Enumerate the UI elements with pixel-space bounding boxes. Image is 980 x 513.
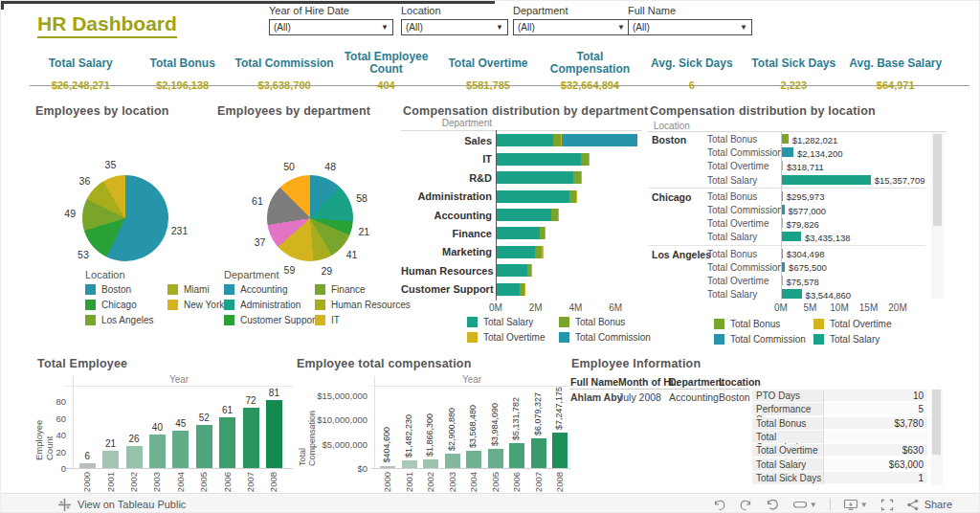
year-bar-2008[interactable] [266, 400, 282, 468]
legend-item[interactable]: Total Salary [813, 334, 903, 345]
year-bar-2008[interactable] [552, 433, 568, 468]
legend-item[interactable]: Total Overtime [813, 319, 903, 329]
bar-segment-total-overtime[interactable] [589, 153, 590, 166]
gridline [648, 131, 947, 132]
year-bar-2006[interactable] [219, 417, 235, 468]
year-bar-2001[interactable] [102, 451, 119, 468]
legend-item[interactable]: Total Overtime [467, 332, 549, 343]
bar-segment-total-overtime[interactable] [531, 264, 532, 277]
fullscreen-icon[interactable] [880, 499, 894, 511]
legend-item[interactable]: Total Commission [559, 332, 641, 343]
measure-row-value[interactable]: 10 [824, 390, 927, 402]
scrollbar-thumb[interactable] [932, 390, 941, 455]
legend-item[interactable]: Total Bonus [714, 319, 804, 329]
year-bar-2004[interactable] [172, 431, 189, 468]
legend-item[interactable]: IT [315, 315, 396, 325]
year-bar-2007[interactable] [243, 408, 259, 468]
legend-item[interactable]: Administration [224, 300, 305, 310]
bar-segment-total-commission[interactable] [562, 134, 637, 146]
measure-bar-total-salary[interactable] [781, 232, 801, 241]
measure-bar-total-salary[interactable] [781, 289, 802, 299]
legend-item[interactable]: Total Bonus [559, 317, 641, 327]
bar-segment-total-salary[interactable] [496, 153, 581, 166]
bar-segment-total-salary[interactable] [496, 283, 520, 296]
year-bar-2002[interactable] [126, 446, 143, 468]
bar-segment-total-salary[interactable] [496, 171, 573, 184]
bar-segment-total-overtime[interactable] [542, 246, 543, 258]
bar-segment-total-salary[interactable] [496, 246, 535, 258]
bar-segment-total-salary[interactable] [496, 209, 551, 221]
bar-segment-total-salary[interactable] [496, 190, 569, 203]
download-icon[interactable]: ▼ [843, 499, 868, 511]
legend-item[interactable]: Chicago [85, 300, 158, 310]
bar-value-label: $3,984,090 [490, 403, 500, 446]
bar-segment-total-overtime[interactable] [576, 190, 577, 203]
legend-item[interactable]: Accounting [224, 284, 305, 295]
legend-swatch [559, 332, 569, 343]
bar-segment-total-salary[interactable] [496, 227, 540, 239]
filter-dropdown[interactable]: (All)▼ [513, 19, 630, 35]
legend-item[interactable]: Finance [315, 284, 396, 295]
year-bar-2003[interactable] [149, 435, 166, 468]
view-on-tableau-public-link[interactable]: View on Tableau Public [58, 499, 186, 511]
redo-icon[interactable] [739, 499, 753, 511]
legend-item[interactable]: Customer Support [224, 315, 305, 325]
bar-segment-total-salary[interactable] [496, 264, 527, 277]
bar-segment-total-bonus[interactable] [551, 209, 558, 221]
bar-segment-total-bonus[interactable] [581, 153, 589, 166]
measure-row-label: Total Commission [752, 431, 824, 443]
bar-segment-total-bonus[interactable] [535, 246, 542, 258]
year-bar-2005[interactable] [488, 449, 503, 468]
y-axis-tick: 60 [41, 413, 66, 424]
year-bar-2007[interactable] [531, 438, 546, 468]
measure-row-value[interactable]: $630 [824, 444, 927, 457]
replay-icon[interactable]: ▼ [792, 499, 817, 510]
measure-row-value[interactable]: $63,000 [824, 458, 927, 471]
bar-segment-total-overtime[interactable] [545, 227, 546, 239]
reset-icon[interactable] [766, 499, 780, 511]
legend-item[interactable]: Human Resources [315, 300, 396, 310]
measure-row-value[interactable]: 1 [824, 472, 927, 484]
measure-bar-total-commission[interactable] [781, 147, 793, 157]
undo-icon[interactable] [712, 499, 726, 511]
y-axis-line [781, 131, 782, 300]
table-row[interactable]: Ahlam AbyJuly 2008AccountingBoston [568, 391, 749, 404]
page-title[interactable]: HR Dashboard [37, 12, 177, 38]
year-bar-2004[interactable] [466, 451, 481, 468]
y-axis-tick: $0 [310, 463, 368, 474]
legend-item[interactable]: Total Salary [467, 317, 549, 327]
employees-by-department-pie[interactable] [267, 175, 353, 261]
filter-dropdown[interactable]: (All)▼ [401, 19, 508, 35]
kpi-label: Total Commission [235, 49, 334, 78]
measure-bar-total-bonus[interactable] [781, 134, 789, 144]
share-button[interactable]: Share [906, 499, 952, 511]
year-bar-2002[interactable] [423, 459, 438, 468]
x-axis-title: Year [462, 374, 481, 385]
legend-item[interactable]: Boston [85, 284, 158, 295]
kpi-value: $581,785 [466, 79, 510, 91]
bar-segment-total-bonus[interactable] [569, 190, 576, 203]
bar-segment-total-overtime[interactable] [558, 209, 559, 221]
legend-label: Accounting [240, 284, 287, 295]
legend-swatch [467, 317, 478, 327]
scrollbar-thumb[interactable] [933, 134, 942, 226]
bar-segment-total-bonus[interactable] [553, 134, 561, 146]
bar-segment-total-overtime[interactable] [524, 283, 525, 296]
bar-segment-total-salary[interactable] [496, 134, 553, 146]
measure-row-value[interactable]: 5 [824, 403, 927, 415]
employees-by-location-pie[interactable] [82, 175, 168, 261]
bar-segment-total-bonus[interactable] [573, 171, 581, 184]
year-bar-2005[interactable] [196, 425, 212, 469]
measure-bar-total-salary[interactable] [781, 175, 871, 185]
year-bar-2006[interactable] [509, 443, 524, 468]
measure-row-value[interactable]: $3,780 [824, 417, 927, 430]
year-bar-2001[interactable] [402, 460, 417, 468]
filter-dropdown[interactable]: (All)▼ [269, 19, 393, 35]
legend-item[interactable]: Total Commission [714, 334, 804, 345]
year-bar-2003[interactable] [445, 454, 460, 468]
measure-row-value[interactable] [824, 431, 927, 443]
bar-segment-total-overtime[interactable] [581, 171, 582, 184]
legend-item[interactable]: Los Angeles [85, 315, 158, 325]
filter-dropdown[interactable]: (All)▼ [628, 19, 752, 35]
x-axis-tick: 2001 [105, 472, 116, 492]
